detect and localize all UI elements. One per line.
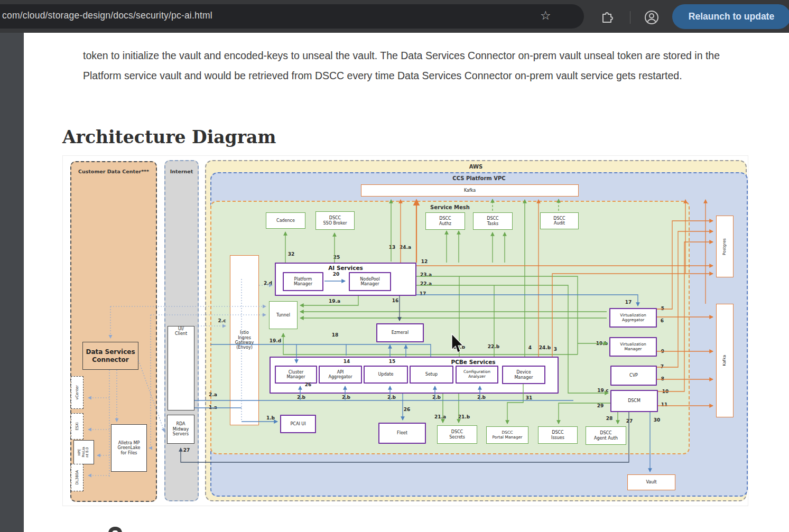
browser-toolbar: com/cloud/storage-design/docs/security/p… (0, 0, 789, 33)
body-paragraph: token to initialize the vault and encode… (83, 45, 757, 86)
region-service-mesh: Service Mesh (210, 201, 690, 454)
page-title: Architecture Diagram (62, 127, 276, 147)
url-bar[interactable]: com/cloud/storage-design/docs/security/p… (0, 4, 584, 29)
region-internet: Internet (164, 160, 199, 501)
bookmark-star-icon[interactable]: ☆ (540, 8, 551, 23)
next-section-partial-heading (108, 527, 122, 532)
region-label-vpc: CCS Platform VPC (211, 173, 747, 181)
region-customer-data-center: Customer Data Center*** (70, 161, 157, 502)
left-dark-sidebar (0, 33, 24, 532)
toolbar-divider (630, 11, 630, 24)
region-label-internet: Internet (165, 161, 198, 174)
relaunch-button[interactable]: Relaunch to update (672, 4, 789, 29)
region-label-aws: AWS (206, 161, 746, 170)
url-text[interactable]: com/cloud/storage-design/docs/security/p… (2, 10, 212, 21)
profile-icon[interactable] (644, 10, 660, 25)
region-label-customer-dc: Customer Data Center*** (71, 162, 156, 174)
region-label-service-mesh: Service Mesh (211, 202, 689, 210)
extensions-icon[interactable] (599, 10, 615, 25)
